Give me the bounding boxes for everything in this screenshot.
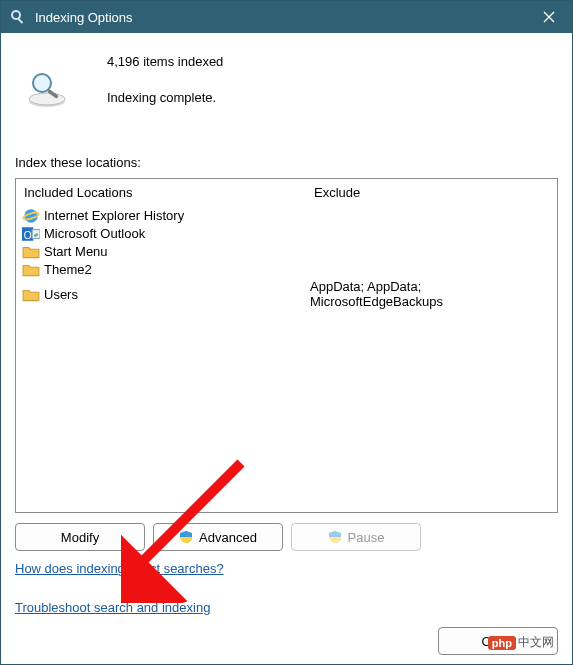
advanced-button-label: Advanced bbox=[199, 530, 257, 545]
table-row[interactable]: Internet Explorer History bbox=[16, 206, 557, 224]
troubleshoot-link[interactable]: Troubleshoot search and indexing bbox=[15, 600, 558, 615]
dialog-content: 4,196 items indexed Indexing complete. I… bbox=[1, 33, 572, 665]
folder-icon bbox=[22, 286, 40, 302]
close-window-button[interactable] bbox=[526, 1, 572, 33]
table-row[interactable]: Theme2 bbox=[16, 260, 557, 278]
status-block: 4,196 items indexed Indexing complete. bbox=[15, 53, 558, 125]
indexing-state-label: Indexing complete. bbox=[107, 89, 223, 107]
location-name: Start Menu bbox=[44, 244, 310, 259]
svg-point-4 bbox=[33, 74, 51, 92]
indexing-icon bbox=[9, 8, 27, 26]
location-name: Theme2 bbox=[44, 262, 310, 277]
folder-icon bbox=[22, 261, 40, 277]
pause-button: Pause bbox=[291, 523, 421, 551]
items-indexed-label: 4,196 items indexed bbox=[107, 53, 223, 71]
titlebar: Indexing Options bbox=[1, 1, 572, 33]
svg-point-3 bbox=[29, 93, 65, 105]
shield-icon bbox=[179, 530, 193, 544]
col-included: Included Locations bbox=[24, 185, 314, 200]
outlook-icon: O bbox=[22, 225, 40, 241]
locations-rows[interactable]: Internet Explorer HistoryOMicrosoft Outl… bbox=[16, 206, 557, 512]
location-name: Internet Explorer History bbox=[44, 208, 310, 223]
svg-text:O: O bbox=[24, 230, 32, 241]
svg-point-0 bbox=[12, 11, 20, 19]
close-row: Close bbox=[15, 615, 558, 655]
indexing-options-dialog: Indexing Options 4,196 items indexed Ind… bbox=[0, 0, 573, 665]
svg-rect-1 bbox=[18, 18, 24, 24]
close-button[interactable]: Close bbox=[438, 627, 558, 655]
button-row: Modify Advanced Pause bbox=[15, 523, 558, 551]
col-exclude: Exclude bbox=[314, 185, 549, 200]
locations-list: Included Locations Exclude Internet Expl… bbox=[15, 178, 558, 513]
magnifier-icon bbox=[25, 67, 69, 111]
table-row[interactable]: Start Menu bbox=[16, 242, 557, 260]
close-button-label: Close bbox=[481, 634, 514, 649]
status-text: 4,196 items indexed Indexing complete. bbox=[107, 53, 223, 125]
folder-icon bbox=[22, 243, 40, 259]
table-row[interactable]: UsersAppData; AppData; MicrosoftEdgeBack… bbox=[16, 278, 557, 310]
help-link[interactable]: How does indexing affect searches? bbox=[15, 561, 558, 576]
table-row[interactable]: OMicrosoft Outlook bbox=[16, 224, 557, 242]
locations-label: Index these locations: bbox=[15, 155, 558, 170]
location-name: Users bbox=[44, 287, 310, 302]
ie-icon bbox=[22, 207, 40, 223]
location-name: Microsoft Outlook bbox=[44, 226, 310, 241]
modify-button[interactable]: Modify bbox=[15, 523, 145, 551]
modify-button-label: Modify bbox=[61, 530, 99, 545]
close-icon bbox=[543, 11, 555, 23]
advanced-button[interactable]: Advanced bbox=[153, 523, 283, 551]
window-title: Indexing Options bbox=[35, 10, 526, 25]
pause-button-label: Pause bbox=[348, 530, 385, 545]
shield-icon bbox=[328, 530, 342, 544]
location-exclude: AppData; AppData; MicrosoftEdgeBackups bbox=[310, 279, 551, 309]
locations-headers: Included Locations Exclude bbox=[16, 179, 557, 206]
